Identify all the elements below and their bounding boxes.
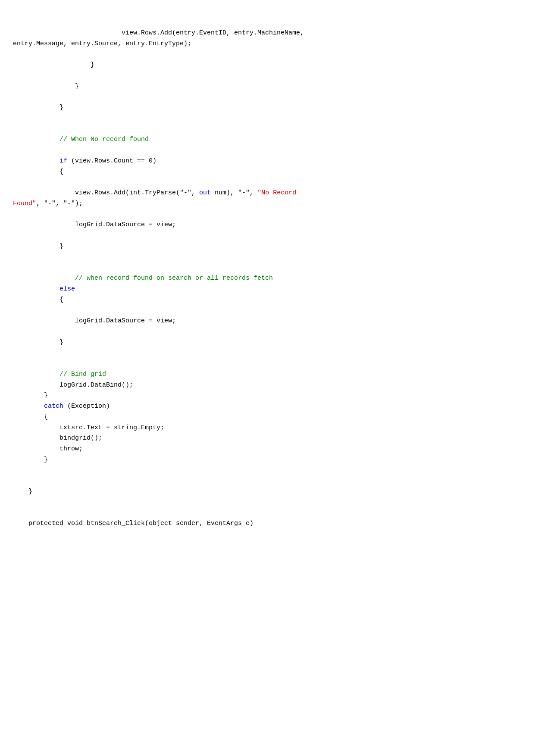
code-line [13,327,522,337]
code-line: protected void btnSearch_Click(object se… [13,519,522,529]
code-line [13,348,522,359]
code-line [13,49,522,60]
code-line: { [13,167,522,178]
code-line [13,92,522,103]
code-line [13,145,522,156]
code-line [13,476,522,487]
code-line [13,231,522,241]
code-line: { [13,295,522,306]
code-line: else [13,284,522,295]
code-line: entry.Message, entry.Source, entry.Entry… [13,39,522,50]
code-editor: view.Rows.Add(entry.EventID, entry.Machi… [13,17,522,529]
code-line: logGrid.DataBind(); [13,380,522,391]
code-line: } [13,60,522,71]
code-line: view.Rows.Add(int.TryParse("-", out num)… [13,188,522,199]
code-line [13,262,522,273]
code-line: } [13,103,522,113]
code-line: Found", "-", "-"); [13,199,522,209]
code-line: // when record found on search or all re… [13,273,522,284]
code-line: // Bind grid [13,369,522,380]
code-line [13,71,522,81]
code-line: view.Rows.Add(entry.EventID, entry.Machi… [13,28,522,39]
code-line [13,305,522,316]
code-line [13,359,522,369]
code-line: // When No record found [13,134,522,145]
code-line: } [13,81,522,92]
code-line [13,113,522,124]
code-line [13,124,522,135]
code-line: txtsrc.Text = string.Empty; [13,423,522,434]
code-line: } [13,337,522,348]
code-line [13,209,522,220]
code-line: catch (Exception) [13,401,522,412]
code-line [13,177,522,188]
code-line: logGrid.DataSource = view; [13,316,522,327]
code-line: logGrid.DataSource = view; [13,220,522,231]
code-line: } [13,455,522,465]
code-line: } [13,487,522,497]
code-line [13,497,522,508]
code-line [13,252,522,263]
code-line: throw; [13,444,522,455]
code-line [13,508,522,519]
code-line: } [13,241,522,252]
code-line: { [13,412,522,423]
code-line: if (view.Rows.Count == 0) [13,156,522,167]
code-line: } [13,390,522,401]
code-line [13,465,522,476]
code-line: bindgrid(); [13,433,522,444]
